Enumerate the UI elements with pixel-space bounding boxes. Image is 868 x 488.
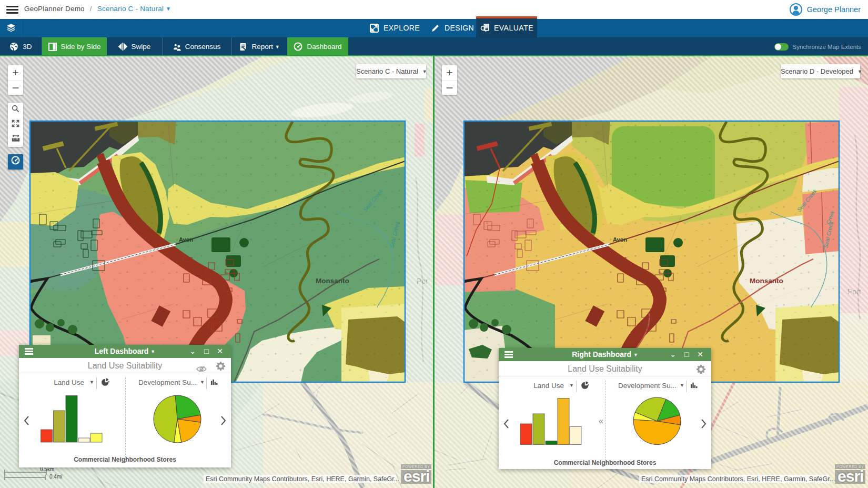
svg-text:Monsanto: Monsanto: [750, 277, 783, 285]
svg-text:Avon: Avon: [179, 236, 193, 243]
svg-text:Monsanto: Monsanto: [316, 277, 349, 285]
svg-text:Avon: Avon: [613, 236, 627, 243]
